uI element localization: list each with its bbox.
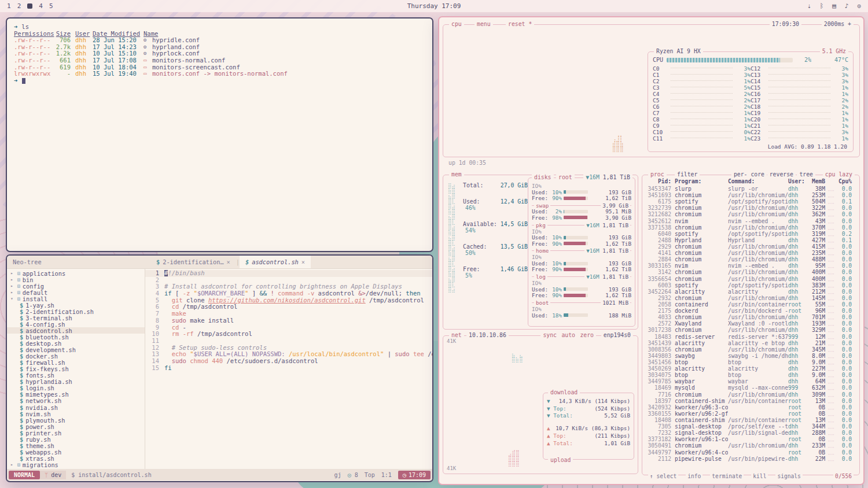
tree-dir-config[interactable]: ▸▤config <box>7 283 145 289</box>
proc-row[interactable]: 3371538chromium/usr/lib/chromium/dhh370M… <box>642 224 859 231</box>
tree-dir-applications[interactable]: ▸▤applications <box>7 270 145 276</box>
proc-row[interactable]: 3449797kworker/u96:4-coroot0B⣀⣀0.0 <box>642 449 859 455</box>
tab-reset[interactable]: reset * <box>506 20 534 28</box>
proc-row[interactable]: 3451456btopbtopdhh9.0M⣀⣀0.0 <box>642 359 859 365</box>
proc-row[interactable]: 18483redis-serverredis-server *:63799912… <box>642 334 859 340</box>
proc-row[interactable]: 3142chromium/usr/lib/chromium/dhh400M⣀⣀0… <box>642 269 859 275</box>
editor-window[interactable]: Neo-tree $ 2-identification… × | $ asdco… <box>6 254 433 482</box>
tree-file-login.sh[interactable]: $login.sh <box>7 385 145 391</box>
proc-action-info[interactable]: info <box>686 473 703 479</box>
tree-dir-bin[interactable]: ▸▤bin <box>7 276 145 283</box>
net-opt-auto[interactable]: auto <box>559 331 578 339</box>
proc-row[interactable]: 6175spotify/opt/spotify/spotidhh504M⣀⣀0.… <box>642 198 859 205</box>
disks-label[interactable]: disks <box>532 173 554 181</box>
proc-row[interactable]: 3034075btopbtopdhh9.0M⣀⣀0.0 <box>642 372 859 378</box>
proc-row[interactable]: 3449803swaybgswaybg -i /home/dhdhh8.0M⣀⣀… <box>642 353 859 359</box>
tree-file-bluetooth.sh[interactable]: $bluetooth.sh <box>7 334 145 340</box>
proc-row[interactable]: 4141chromium/usr/lib/chromium/dhh235M⣀⣀0… <box>642 250 859 256</box>
tree-file-1-yay.sh[interactable]: $1-yay.sh <box>7 302 145 308</box>
proc-row[interactable]: 3420932kworker/u96:3-coroot0B⣀⣀0.0 <box>642 404 859 411</box>
tree-dir-install[interactable]: ▾▤install <box>7 295 145 302</box>
proc-row[interactable]: 3360155kworker/u96:2-gfroot0B⣀⣀0.0 <box>642 411 859 417</box>
tree-file-firewall.sh[interactable]: $firewall.sh <box>7 360 145 366</box>
terminal-window[interactable]: ➜ls PermissionsSizeUserDate ModifiedName… <box>6 17 433 252</box>
btop-window[interactable]: cpu menu reset * 17:09:30 2000ms + ⠀⢀⡀ ⢠… <box>438 16 865 485</box>
tree-file-mimetypes.sh[interactable]: $mimetypes.sh <box>7 391 145 398</box>
proc-row[interactable]: 3356654chromium/usr/lib/chromium/dhh400M… <box>642 276 859 282</box>
proc-row[interactable]: 3033165nvimnvim --embed .dhh95M⣀⣀0.0 <box>642 263 859 269</box>
display-icon[interactable]: ▤ <box>832 2 836 10</box>
proc-row[interactable]: 3450269alacrittyalacrittydhh227M⣀⣀0.0 <box>642 365 859 372</box>
proc-row[interactable]: 18397containerd-shim/usr/bin/containerro… <box>642 398 859 404</box>
tree-file-theme.sh[interactable]: $theme.sh <box>7 442 145 449</box>
proc-action-kill[interactable]: kill <box>751 473 768 479</box>
proc-row[interactable]: 7232signal-desktop/usr/lib/signal-dedhh2… <box>642 430 859 436</box>
tree-file-network.sh[interactable]: $network.sh <box>7 398 145 404</box>
proc-opt-tree[interactable]: tree <box>797 171 815 178</box>
proc-row[interactable]: 7716chromium/usr/lib/chromium/dhh309M⣀⣀0… <box>642 391 859 398</box>
proc-row[interactable]: 3452612nvimnvim --embed .dhh43M⣀⣀0.0 <box>642 218 859 224</box>
proc-row[interactable]: 3017238chromium/usr/lib/chromium/dhh329M… <box>642 327 859 333</box>
proc-row[interactable]: 18469mysqldmysqld --max-conne999632M⣀⣀0.… <box>642 385 859 391</box>
proc-row[interactable]: 3451439alacrittyalacritty -e btopdhh21M⣀… <box>642 340 859 346</box>
tree-file-nvim.sh[interactable]: $nvim.sh <box>7 411 145 417</box>
proc-opt-reverse[interactable]: reverse <box>767 171 796 178</box>
proc-row[interactable]: 3373182kworker/u96:1-coroot0B⣀⣀0.0 <box>642 436 859 442</box>
prompt-line-2[interactable]: ➜ <box>14 77 425 84</box>
tree-file-desktop.sh[interactable]: $desktop.sh <box>7 341 145 347</box>
tree-dir-default[interactable]: ▸▤default <box>7 289 145 295</box>
update-icon[interactable]: ⇣ <box>807 2 811 10</box>
tab-asdcontrol[interactable]: $ asdcontrol.sh × <box>240 256 311 268</box>
tree-file-power.sh[interactable]: $power.sh <box>7 423 145 430</box>
proc-row[interactable]: 2929chromium/usr/lib/chromium/dhh415M⣀⣀0… <box>642 243 859 250</box>
proc-filter[interactable]: filter <box>675 171 700 178</box>
tree-file-webapps.sh[interactable]: $webapps.sh <box>7 449 145 455</box>
proc-row[interactable]: 3050491chromium/usr/lib/chromium/dhh233M… <box>642 442 859 449</box>
proc-action-select[interactable]: ↑ select <box>648 473 678 479</box>
proc-action-signals[interactable]: signals <box>775 473 802 479</box>
tree-file-4-config.sh[interactable]: $4-config.sh <box>7 321 145 327</box>
tree-file-3-terminal.sh[interactable]: $3-terminal.sh <box>7 315 145 321</box>
proc-row[interactable]: 3452264alacrittyalacrittydhh212M⣀⣀0.0 <box>642 289 859 295</box>
proc-row[interactable]: 3453347slurpslurp -ordhh38M⣀⣀0.0 <box>642 186 859 192</box>
close-icon[interactable]: × <box>227 258 230 265</box>
close-icon[interactable]: × <box>301 258 305 265</box>
proc-row[interactable]: 3212682chromium/usr/lib/chromium/dhh362M… <box>642 211 859 217</box>
tree-dir-migrations[interactable]: ▸▤migrations <box>7 461 145 468</box>
proc-row[interactable]: 6040spotify/opt/spotify/spotidhh319M⣀⣀0.… <box>642 231 859 237</box>
proc-row[interactable]: 3451693chromium/usr/lib/chromium/dhh253M… <box>642 192 859 198</box>
proc-row[interactable]: 3449785waybarwaybardhh64M⣀⣀0.0 <box>642 378 859 385</box>
proc-row[interactable]: 7305signal-desktop/proc/self/exe --tdhh3… <box>642 423 859 430</box>
tree-file-asdcontrol.sh[interactable]: $asdcontrol.sh <box>7 327 145 334</box>
git-branch[interactable]: ᛘ dev <box>40 471 66 479</box>
tree-file-hyprlandia.sh[interactable]: $hyprlandia.sh <box>7 379 145 385</box>
proc-row[interactable]: 18408containerd-shim/usr/bin/containerro… <box>642 417 859 423</box>
tree-file-fonts.sh[interactable]: $fonts.sh <box>7 372 145 379</box>
net-opt-sync[interactable]: sync <box>540 331 559 339</box>
proc-row[interactable]: 2175dockerd/usr/bin/dockerd -root96M⣀⣀0.… <box>642 308 859 314</box>
refresh-interval[interactable]: 2000ms + <box>822 20 854 28</box>
bluetooth-icon[interactable]: ᛒ <box>820 2 824 10</box>
tree-file-xtras.sh[interactable]: $xtras.sh <box>7 455 145 461</box>
tree-file-plymouth.sh[interactable]: $plymouth.sh <box>7 417 145 423</box>
proc-row[interactable]: 2058containerd/usr/bin/containerroot55M⣀… <box>642 301 859 308</box>
proc-row[interactable]: 3232739chromium/usr/lib/chromium/dhh322M… <box>642 205 859 211</box>
tab-2-identification[interactable]: $ 2-identification… × <box>150 256 236 268</box>
volume-icon[interactable]: ♪ <box>845 2 849 10</box>
proc-row[interactable]: 2488HyprlandHyprlanddhh427M⣀⣀0.1 <box>642 237 859 243</box>
tree-file-development.sh[interactable]: $development.sh <box>7 347 145 353</box>
tree-file-fix-fkeys.sh[interactable]: $fix-fkeys.sh <box>7 366 145 372</box>
proc-rows[interactable]: 3453347slurpslurp -ordhh38M⣀⣀0.03451693c… <box>642 186 859 462</box>
tree-file-docker.sh[interactable]: $docker.sh <box>7 353 145 360</box>
clock[interactable]: Thursday 17:09 <box>0 2 868 10</box>
proc-row[interactable]: 4033chromium/usr/lib/chromium/dhh701M⣀⣀0… <box>642 314 859 320</box>
proc-row[interactable]: 2112pipewire-pulse/usr/bin/pipewire-dhh2… <box>642 456 859 462</box>
proc-label[interactable]: proc <box>648 171 667 178</box>
tree-file-2-identification.sh[interactable]: $2-identification.sh <box>7 308 145 315</box>
tree-file-nvidia.sh[interactable]: $nvidia.sh <box>7 404 145 411</box>
proc-row[interactable]: 2884chromium/usr/lib/chromium/dhh488M⣀⣀0… <box>642 256 859 263</box>
proc-action-terminate[interactable]: terminate <box>710 473 744 479</box>
tree-file-ruby.sh[interactable]: $ruby.sh <box>7 436 145 442</box>
tab-menu[interactable]: menu <box>475 20 493 28</box>
neotree-panel[interactable]: ▸▤applications▸▤bin▸▤config▸▤default▾▤in… <box>7 269 145 469</box>
